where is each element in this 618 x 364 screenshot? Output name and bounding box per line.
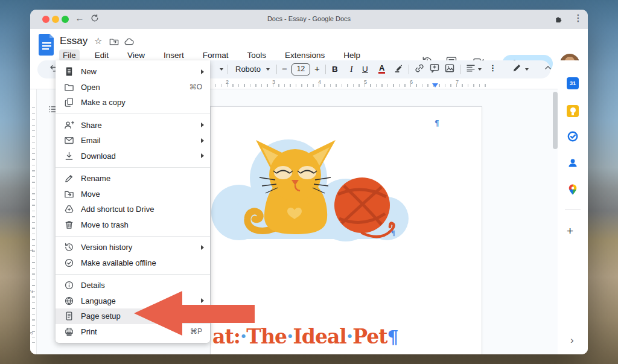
trash-icon [64,220,74,230]
document-title[interactable]: Essay [60,35,88,47]
vertical-scrollbar[interactable] [553,92,558,149]
menu-tools[interactable]: Tools [244,49,270,61]
collapse-toolbar-icon[interactable] [543,63,553,74]
menu-item-move[interactable]: Move [56,187,210,202]
align-left-icon[interactable] [465,63,476,75]
submenu-arrow-icon [201,245,204,250]
styles-dropdown-icon[interactable] [220,68,223,71]
menu-item-new[interactable]: New [56,64,210,80]
menu-divider [56,113,210,114]
highlight-color-icon[interactable] [393,63,404,75]
google-maps-icon[interactable] [567,184,579,196]
menu-help[interactable]: Help [340,49,364,61]
rename-pencil-icon [64,173,74,184]
bold-button[interactable]: B [332,65,338,74]
cloud-saved-icon[interactable] [124,37,135,49]
menu-divider [56,167,210,168]
increase-font-size-button[interactable]: + [314,63,320,74]
show-side-panel-icon[interactable]: › [570,334,574,346]
menu-item-label: Version history [81,243,132,252]
browser-menu-icon[interactable]: ⋮ [572,13,585,24]
menu-divider [56,274,210,275]
menu-item-label: Print [81,327,97,336]
menu-format[interactable]: Format [199,49,232,61]
menu-extensions[interactable]: Extensions [281,49,328,61]
google-tasks-icon[interactable] [567,130,579,142]
move-folder-icon[interactable] [109,37,119,49]
menu-item-open[interactable]: Open ⌘O [56,80,210,95]
menu-item-label: Open [81,83,100,92]
menu-item-email[interactable]: Email [56,133,210,148]
menu-item-label: Download [81,152,116,161]
browser-titlebar: ← Docs - Essay - Google Docs ⋮ [30,10,588,29]
font-family-dropdown-icon[interactable] [266,68,270,71]
menu-item-move-to-trash[interactable]: Move to trash [56,217,210,233]
italic-button[interactable]: I [350,65,353,74]
info-icon [64,280,74,290]
align-dropdown-icon[interactable] [478,68,482,71]
rail-divider [565,209,581,209]
menu-item-label: Share [81,121,102,130]
underline-button[interactable]: U [362,65,368,74]
insert-image-icon[interactable] [444,63,455,75]
get-addons-plus-icon[interactable]: + [567,225,573,238]
copy-icon [64,97,74,107]
insert-link-icon[interactable] [414,63,425,75]
ruler-number: 4 [318,79,321,85]
email-icon [64,135,74,145]
menu-edit[interactable]: Edit [91,49,112,61]
google-calendar-icon[interactable]: 31 [567,77,579,89]
decrease-font-size-button[interactable]: − [282,63,287,74]
ruler-number: 3 [272,79,275,85]
cat-illustration[interactable] [204,127,409,244]
submenu-arrow-icon [201,138,204,143]
menu-item-label: Make available offline [81,258,156,267]
font-family-select[interactable]: Roboto [235,65,261,74]
editing-mode-dropdown-icon[interactable] [525,68,529,71]
google-docs-logo[interactable] [39,34,55,58]
side-panel-rail: 31 + [558,60,588,354]
version-history-icon [64,242,74,252]
google-keep-icon[interactable] [567,105,579,117]
menu-item-make-a-copy[interactable]: Make a copy [56,95,210,110]
ruler-number: 3 [30,331,34,334]
ruler-number: 7 [456,79,459,85]
extensions-puzzle-icon[interactable] [552,14,565,25]
google-contacts-icon[interactable] [567,157,579,169]
menu-item-version-history[interactable]: Version history [56,240,210,255]
text-color-button[interactable]: A [379,63,384,72]
menu-item-add-shortcut-to-drive[interactable]: Add shortcut to Drive [56,202,210,217]
submenu-arrow-icon [201,153,204,158]
menu-item-label: Make a copy [81,98,126,107]
toolbar-more-icon[interactable]: ⋮ [489,63,497,72]
menu-shortcut: ⌘O [190,83,202,91]
font-size-input[interactable]: 12 [291,63,310,75]
menu-divider [56,236,210,237]
menu-item-download[interactable]: Download [56,148,210,164]
menu-item-label: Move to trash [81,220,129,229]
submenu-arrow-icon [201,69,204,74]
submenu-arrow-icon [201,123,204,127]
ruler-number: 1 [30,249,34,252]
menu-item-make-available-offline[interactable]: Make available offline [56,255,210,271]
menu-item-label: Page setup [81,311,121,321]
ruler-number: 2 [30,290,34,293]
print-icon [64,327,74,337]
right-indent-marker[interactable] [432,83,438,88]
menu-file[interactable]: File [59,49,80,61]
offline-check-icon [64,258,74,268]
menu-insert[interactable]: Insert [160,49,188,61]
download-icon [64,151,74,161]
red-callout-arrow [130,289,257,343]
menubar: File Edit View Insert Format Tools Exten… [59,49,364,61]
menu-view[interactable]: View [124,49,148,61]
editing-mode-pen-icon[interactable] [512,63,522,75]
menu-item-rename[interactable]: Rename [56,171,210,187]
menu-item-share[interactable]: Share [56,118,210,133]
add-comment-icon[interactable] [429,63,440,75]
drive-shortcut-icon [64,204,74,214]
language-globe-icon [64,296,74,306]
menu-item-label: Add shortcut to Drive [81,205,154,214]
star-icon[interactable]: ☆ [94,36,102,46]
pilcrow-mark: ¶ [391,229,395,237]
